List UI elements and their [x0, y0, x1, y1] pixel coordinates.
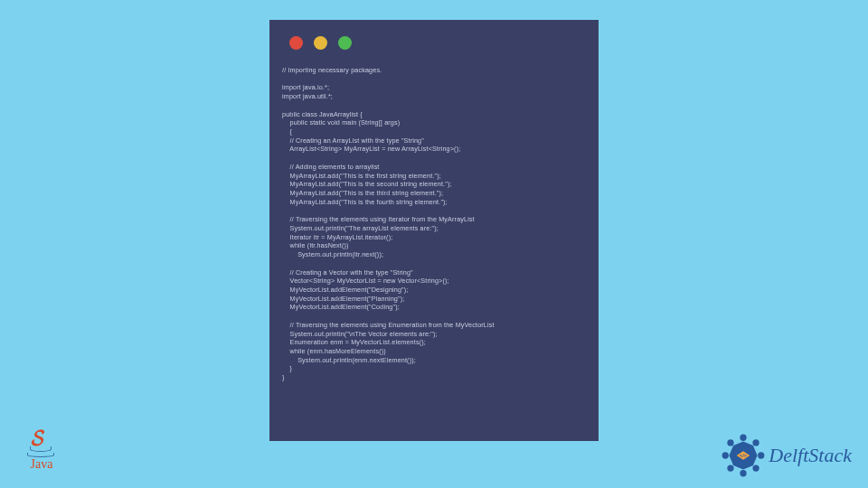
delftstack-badge-icon: </>	[720, 432, 767, 479]
close-button[interactable]	[289, 36, 303, 50]
minimize-button[interactable]	[314, 36, 327, 50]
svg-point-0	[741, 435, 747, 441]
svg-point-2	[758, 452, 764, 458]
svg-text:</>: </>	[740, 453, 748, 458]
svg-point-5	[728, 465, 734, 471]
svg-point-6	[722, 452, 729, 458]
code-window: // Importing necessary packages. import …	[269, 20, 599, 441]
delftstack-logo: </> DelftStack	[720, 432, 852, 479]
code-content: // Importing necessary packages. import …	[282, 66, 586, 382]
svg-point-4	[741, 470, 747, 476]
java-logo: 𝓢 Java	[20, 428, 63, 483]
svg-point-3	[753, 465, 760, 471]
window-controls	[282, 31, 586, 50]
svg-point-1	[753, 439, 760, 446]
delftstack-logo-text: DelftStack	[769, 444, 852, 467]
java-logo-text: Java	[31, 457, 53, 472]
java-cup-icon: 𝓢	[29, 428, 54, 459]
svg-point-7	[728, 439, 734, 446]
maximize-button[interactable]	[338, 36, 352, 50]
